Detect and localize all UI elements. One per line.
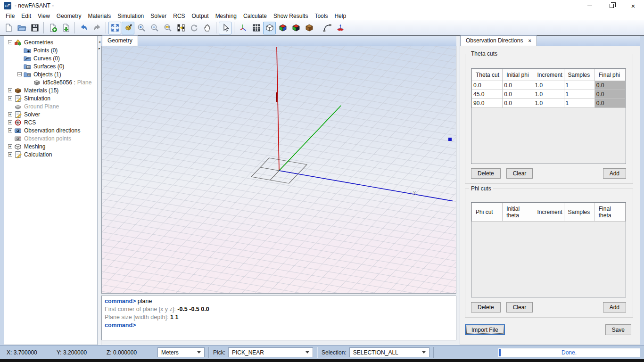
pan-view-icon[interactable] bbox=[201, 22, 214, 34]
tree-item-materials-15[interactable]: +Materials (15) bbox=[4, 86, 97, 94]
tree-item-meshing[interactable]: +Meshing bbox=[4, 142, 97, 150]
phi-delete-button[interactable]: Delete bbox=[471, 302, 501, 313]
theta-clear-button[interactable]: Clear bbox=[506, 168, 533, 179]
table-cell[interactable]: 0.0 bbox=[594, 99, 625, 108]
tree-item-simulation[interactable]: +Simulation bbox=[4, 94, 97, 102]
menu-calculate[interactable]: Calculate bbox=[240, 12, 270, 20]
redo-icon[interactable] bbox=[91, 22, 103, 34]
tree-item-curves-0[interactable]: Curves (0) bbox=[4, 54, 97, 62]
new-geometry-icon[interactable] bbox=[46, 22, 59, 34]
column-header-final-phi[interactable]: Final phi bbox=[594, 69, 625, 81]
import-geometry-icon[interactable] bbox=[59, 22, 72, 34]
column-header-theta-cut[interactable]: Theta cut bbox=[472, 69, 503, 81]
zoom-object-icon[interactable] bbox=[122, 22, 134, 34]
column-header-phi-cut[interactable]: Phi cut bbox=[472, 203, 503, 222]
column-header-samples[interactable]: Samples bbox=[564, 203, 594, 222]
menu-help[interactable]: Help bbox=[331, 12, 349, 20]
tab-observation-directions[interactable]: Observation Directions × bbox=[460, 35, 537, 46]
tree-item-solver[interactable]: +Solver bbox=[4, 110, 97, 118]
tab-geometry[interactable]: Geometry bbox=[102, 35, 138, 46]
menu-output[interactable]: Output bbox=[189, 12, 212, 20]
table-cell[interactable]: 1 bbox=[564, 81, 594, 90]
tree-item-ground-plane[interactable]: Ground Plane bbox=[4, 102, 97, 110]
column-header-initial-theta[interactable]: Initial theta bbox=[503, 203, 533, 222]
tree-item-calculation[interactable]: +Calculation bbox=[4, 150, 97, 158]
table-row[interactable]: 45.00.01.010.0 bbox=[472, 90, 626, 99]
tree-item-observation-points[interactable]: Observation points bbox=[4, 134, 97, 142]
undo-icon[interactable] bbox=[77, 22, 90, 34]
units-dropdown[interactable]: Meters bbox=[157, 347, 205, 357]
menu-tools[interactable]: Tools bbox=[311, 12, 331, 20]
save-button[interactable]: Save bbox=[605, 324, 631, 335]
column-header-final-theta[interactable]: Final theta bbox=[594, 203, 625, 222]
solid-view-icon[interactable] bbox=[276, 22, 289, 34]
tree-item-rcs[interactable]: +RCS bbox=[4, 118, 97, 126]
arc-tool-icon[interactable] bbox=[321, 22, 333, 34]
phi-add-button[interactable]: Add bbox=[603, 302, 626, 313]
column-header-increment[interactable]: Increment bbox=[533, 203, 564, 222]
menu-edit[interactable]: Edit bbox=[18, 12, 34, 20]
tree-plus-expander[interactable]: + bbox=[8, 120, 12, 124]
command-console[interactable]: command> planeFirst corner of plane [x y… bbox=[101, 296, 456, 340]
restore-button[interactable] bbox=[601, 0, 622, 11]
textured-view-icon[interactable] bbox=[303, 22, 315, 34]
theta-add-button[interactable]: Add bbox=[603, 168, 626, 179]
show-axes-icon[interactable] bbox=[237, 22, 249, 34]
swap-visibility-icon[interactable] bbox=[174, 22, 187, 34]
zoom-out-icon[interactable] bbox=[148, 22, 161, 34]
tree-item-objects-1[interactable]: −Objects (1) bbox=[4, 70, 97, 78]
tree-plus-expander[interactable]: + bbox=[8, 112, 12, 116]
tab-close-icon[interactable]: × bbox=[528, 38, 531, 43]
tree-plus-expander[interactable]: + bbox=[8, 128, 12, 132]
column-header-samples[interactable]: Samples bbox=[564, 69, 594, 81]
select-cursor-icon[interactable] bbox=[219, 22, 231, 34]
table-cell[interactable]: 0.0 bbox=[503, 90, 533, 99]
minimize-button[interactable] bbox=[579, 0, 601, 11]
phi-clear-button[interactable]: Clear bbox=[506, 302, 533, 313]
splitter-expand-icon[interactable]: ► bbox=[98, 47, 101, 50]
geometry-viewport[interactable]: +X bbox=[101, 46, 456, 294]
new-file-icon[interactable] bbox=[2, 22, 15, 34]
tree-item-geometries[interactable]: −Geometries bbox=[4, 38, 97, 46]
column-header-increment[interactable]: Increment bbox=[533, 69, 564, 81]
tree-plus-expander[interactable]: + bbox=[8, 88, 12, 92]
table-cell[interactable]: 90.0 bbox=[472, 99, 503, 108]
table-cell[interactable]: 0.0 bbox=[503, 99, 533, 108]
fit-view-icon[interactable] bbox=[108, 22, 121, 34]
menu-meshing[interactable]: Meshing bbox=[212, 12, 240, 20]
table-cell[interactable]: 45.0 bbox=[472, 90, 503, 99]
menu-show-results[interactable]: Show Results bbox=[270, 12, 311, 20]
table-cell[interactable]: 1.0 bbox=[533, 81, 564, 90]
close-button[interactable]: × bbox=[622, 0, 644, 11]
tree-item-surfaces-0[interactable]: Surfaces (0) bbox=[4, 62, 97, 70]
table-cell[interactable]: 1 bbox=[564, 99, 594, 108]
tree-plus-expander[interactable]: + bbox=[8, 96, 12, 100]
splitter-collapse-icon[interactable]: ◄ bbox=[98, 40, 101, 44]
tree-plus-expander[interactable]: + bbox=[8, 144, 12, 148]
table-cell[interactable]: 0.0 bbox=[594, 90, 625, 99]
table-row[interactable]: 90.00.01.010.0 bbox=[472, 99, 626, 108]
tree-minus-expander[interactable]: − bbox=[17, 72, 22, 76]
table-cell[interactable]: 0.0 bbox=[503, 81, 533, 90]
theta-cuts-table-area[interactable]: Theta cutInitial phiIncrementSamplesFina… bbox=[471, 68, 626, 164]
zoom-window-icon[interactable] bbox=[161, 22, 174, 34]
solid-edges-view-icon[interactable] bbox=[289, 22, 302, 34]
theta-delete-button[interactable]: Delete bbox=[471, 168, 501, 179]
tree-item-points-0[interactable]: Points (0) bbox=[4, 46, 97, 54]
open-file-icon[interactable] bbox=[15, 22, 28, 34]
table-row[interactable]: 0.00.01.010.0 bbox=[472, 81, 626, 90]
tree-plus-expander[interactable]: + bbox=[8, 152, 12, 156]
table-cell[interactable]: 1.0 bbox=[533, 99, 564, 108]
table-cell[interactable]: 0.0 bbox=[594, 81, 625, 90]
menu-view[interactable]: View bbox=[34, 12, 53, 20]
rotate-view-icon[interactable] bbox=[188, 22, 200, 34]
menu-materials[interactable]: Materials bbox=[85, 12, 115, 20]
table-cell[interactable]: 1.0 bbox=[533, 90, 564, 99]
tree-minus-expander[interactable]: − bbox=[8, 40, 12, 44]
save-file-icon[interactable] bbox=[28, 22, 41, 34]
table-cell[interactable]: 1 bbox=[564, 90, 594, 99]
column-header-initial-phi[interactable]: Initial phi bbox=[503, 69, 533, 81]
menu-simulation[interactable]: Simulation bbox=[114, 12, 147, 20]
wireframe-view-icon[interactable] bbox=[263, 22, 276, 34]
tree-splitter[interactable]: ◄ ► bbox=[98, 36, 101, 345]
